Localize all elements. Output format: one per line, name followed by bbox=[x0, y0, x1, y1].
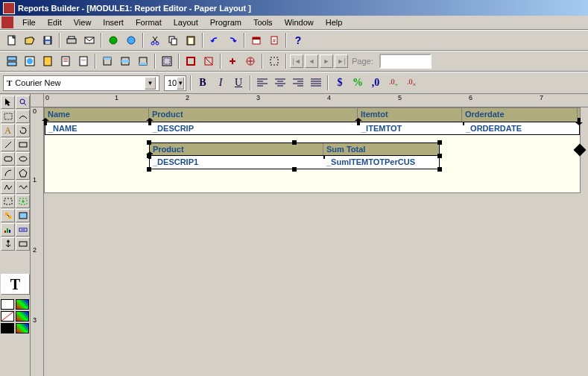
button-tool[interactable] bbox=[16, 237, 30, 251]
field-descrip[interactable]: _DESCRIP bbox=[150, 122, 358, 134]
rotate-tool[interactable] bbox=[16, 124, 30, 137]
repeating-frame-tool[interactable] bbox=[16, 195, 30, 208]
select-parent-button[interactable] bbox=[266, 53, 282, 69]
line-color-swatch[interactable] bbox=[1, 323, 14, 333]
redo-button[interactable] bbox=[224, 32, 241, 48]
first-page-button[interactable]: |◄ bbox=[290, 54, 303, 68]
header-product[interactable]: Product bbox=[149, 108, 358, 122]
selection-handle[interactable] bbox=[437, 140, 442, 145]
polygon-tool[interactable] bbox=[16, 166, 30, 180]
save-button[interactable] bbox=[39, 32, 56, 48]
insert-date-button[interactable] bbox=[248, 32, 265, 48]
last-page-button[interactable]: ►| bbox=[335, 54, 348, 68]
commas-button[interactable]: ,0 bbox=[367, 75, 384, 91]
column-header-row[interactable]: Name Product Itemtot Orderdate bbox=[45, 108, 580, 122]
line-pattern-swatch[interactable] bbox=[16, 311, 29, 322]
selected-repeating-frame[interactable]: Product Sum Total _DESCRIP1 _SumITEMTOTP… bbox=[149, 142, 440, 169]
anchor-tool[interactable] bbox=[1, 237, 15, 251]
field-orderdate[interactable]: _ORDERDATE bbox=[463, 122, 578, 134]
no-fill-swatch[interactable] bbox=[1, 311, 14, 322]
frame-tool[interactable] bbox=[1, 195, 15, 208]
report-block-tool[interactable] bbox=[16, 209, 30, 222]
arc-tool[interactable] bbox=[1, 166, 15, 180]
datamodel-button[interactable] bbox=[4, 53, 20, 69]
canvas[interactable]: 0 1 2 3 4 5 6 7 0 1 2 3 Name Product Ite… bbox=[31, 94, 588, 376]
confine-on-button[interactable] bbox=[183, 53, 199, 69]
field-itemtot[interactable]: _ITEMTOT bbox=[358, 122, 463, 134]
align-justify-button[interactable] bbox=[308, 75, 324, 91]
open-button[interactable] bbox=[22, 32, 38, 48]
undo-button[interactable] bbox=[206, 32, 223, 48]
font-size-combo[interactable]: 10 ▼ bbox=[164, 75, 186, 91]
margin-button[interactable] bbox=[159, 53, 175, 69]
rounded-rect-tool[interactable] bbox=[1, 152, 15, 166]
text-tool[interactable]: A bbox=[1, 124, 15, 137]
header-orderdate[interactable]: Orderdate bbox=[462, 108, 578, 122]
paper-layout[interactable]: Name Product Itemtot Orderdate _NAME _DE… bbox=[44, 107, 581, 193]
mail-button[interactable] bbox=[81, 32, 98, 48]
main-section-button[interactable] bbox=[117, 53, 133, 69]
reshape-tool[interactable] bbox=[16, 110, 30, 123]
cut-button[interactable] bbox=[147, 32, 163, 48]
field-sumitemtot[interactable]: _SumITEMTOTPerCUS bbox=[323, 156, 439, 169]
field-descrip1[interactable]: _DESCRIP1 bbox=[150, 156, 323, 169]
menu-insert[interactable]: Insert bbox=[97, 16, 130, 28]
magnify-tool[interactable] bbox=[16, 95, 30, 109]
data-field-row[interactable]: _NAME _DESCRIP _ITEMTOT _ORDERDATE bbox=[45, 122, 580, 135]
selection-handle[interactable] bbox=[147, 167, 151, 172]
copy-button[interactable] bbox=[165, 32, 181, 48]
menu-format[interactable]: Format bbox=[130, 16, 168, 28]
selection-handle[interactable] bbox=[147, 154, 151, 158]
text-pattern-swatch[interactable] bbox=[16, 323, 29, 333]
fill-pattern-swatch[interactable] bbox=[16, 299, 29, 310]
menu-layout[interactable]: Layout bbox=[168, 16, 204, 28]
bold-button[interactable]: B bbox=[195, 75, 211, 91]
freehand-tool[interactable] bbox=[16, 181, 30, 194]
paperdesign-button[interactable] bbox=[57, 53, 74, 69]
next-page-button[interactable]: ► bbox=[320, 54, 333, 68]
web-button[interactable] bbox=[123, 32, 139, 48]
menu-program[interactable]: Program bbox=[204, 16, 247, 28]
menu-tools[interactable]: Tools bbox=[247, 16, 279, 28]
header-itemtot[interactable]: Itemtot bbox=[358, 108, 462, 122]
italic-button[interactable]: I bbox=[212, 75, 229, 91]
chevron-down-icon[interactable]: ▼ bbox=[177, 77, 184, 90]
underline-button[interactable]: U bbox=[230, 75, 247, 91]
subheader-sumtotal[interactable]: Sum Total bbox=[323, 143, 439, 155]
chevron-down-icon[interactable]: ▼ bbox=[145, 77, 156, 90]
selection-handle[interactable] bbox=[147, 140, 151, 145]
field-name[interactable]: _NAME bbox=[45, 122, 150, 134]
selection-handle[interactable] bbox=[292, 140, 297, 145]
line-tool[interactable] bbox=[1, 138, 15, 151]
graph-tool[interactable] bbox=[1, 223, 15, 236]
paperparams-button[interactable] bbox=[75, 53, 92, 69]
currency-button[interactable]: $ bbox=[332, 75, 348, 91]
menu-view[interactable]: View bbox=[68, 16, 98, 28]
flex-handle[interactable] bbox=[574, 144, 587, 157]
insert-page-button[interactable]: # bbox=[266, 32, 282, 48]
percent-button[interactable]: % bbox=[350, 75, 366, 91]
help-button[interactable]: ? bbox=[290, 32, 306, 48]
add-decimal-button[interactable]: .0+ bbox=[385, 75, 402, 91]
confine-off-button[interactable] bbox=[200, 53, 217, 69]
paste-button[interactable] bbox=[183, 32, 199, 48]
page-input[interactable] bbox=[379, 54, 431, 69]
prev-page-button[interactable]: ◄ bbox=[305, 54, 318, 68]
select-tool[interactable] bbox=[1, 95, 15, 109]
link-file-tool[interactable] bbox=[1, 209, 15, 222]
align-center-button[interactable] bbox=[272, 75, 288, 91]
paperlayout-button[interactable] bbox=[39, 53, 56, 69]
fill-color-swatch[interactable] bbox=[1, 299, 14, 310]
menu-help[interactable]: Help bbox=[320, 16, 349, 28]
header-name[interactable]: Name bbox=[45, 108, 149, 122]
font-name-combo[interactable]: T Courier New ▼ bbox=[3, 75, 159, 91]
trailer-section-button[interactable] bbox=[135, 53, 151, 69]
remove-decimal-button[interactable]: .0× bbox=[403, 75, 420, 91]
print-button[interactable] bbox=[63, 32, 80, 48]
selection-handle[interactable] bbox=[437, 154, 442, 158]
run-button[interactable] bbox=[105, 32, 121, 48]
new-button[interactable] bbox=[4, 32, 20, 48]
rectangle-tool[interactable] bbox=[16, 138, 30, 151]
subheader-product[interactable]: Product bbox=[150, 143, 323, 155]
header-section-button[interactable] bbox=[99, 53, 116, 69]
